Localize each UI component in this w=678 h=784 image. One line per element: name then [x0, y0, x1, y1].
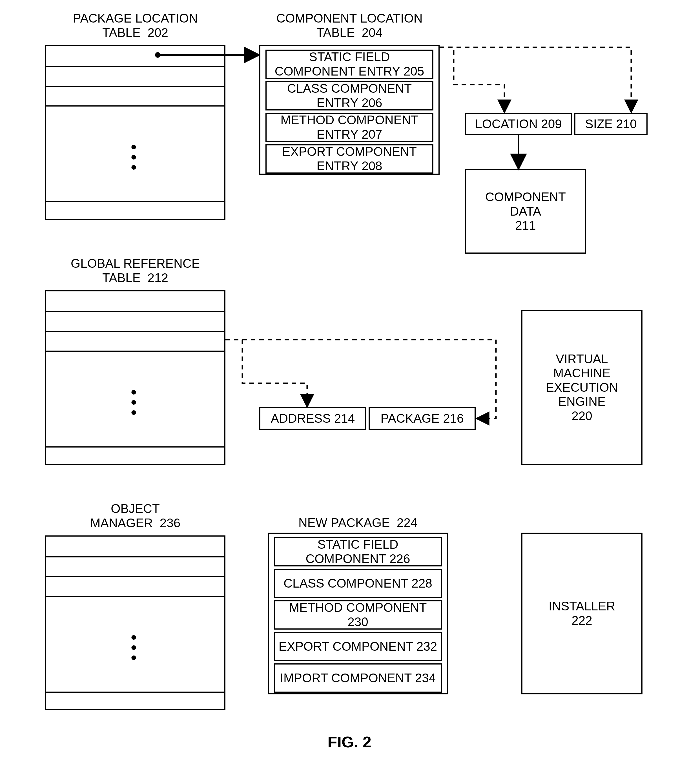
static-field-component-entry: STATIC FIELD COMPONENT ENTRY 205	[266, 50, 434, 79]
size-field: SIZE 210	[574, 113, 648, 135]
np-import: IMPORT COMPONENT 234	[274, 663, 442, 693]
np-method: METHOD COMPONENT 230	[274, 600, 442, 630]
component-data-label: COMPONENT DATA 211	[485, 190, 566, 233]
new-package-table: STATIC FIELD COMPONENT 226 CLASS COMPONE…	[268, 533, 448, 694]
object-manager-table: •••	[45, 535, 225, 710]
ellipsis-dots: •••	[131, 632, 137, 663]
object-manager-title: OBJECT MANAGER 236	[45, 502, 225, 530]
virtual-machine-label: VIRTUAL MACHINE EXECUTION ENGINE 220	[546, 352, 618, 423]
ellipsis-dots: •••	[131, 142, 137, 173]
new-package-title: NEW PACKAGE 224	[268, 516, 448, 530]
package-field: PACKAGE 216	[369, 407, 476, 430]
global-reference-table: •••	[45, 290, 225, 465]
component-data-box: COMPONENT DATA 211	[465, 169, 586, 254]
virtual-machine-box: VIRTUAL MACHINE EXECUTION ENGINE 220	[521, 310, 642, 465]
global-reference-table-title: GLOBAL REFERENCE TABLE 212	[45, 257, 225, 285]
ellipsis-dots: •••	[131, 387, 137, 418]
location-field: LOCATION 209	[465, 113, 572, 135]
method-component-entry: METHOD COMPONENT ENTRY 207	[266, 113, 434, 142]
component-location-table-title: COMPONENT LOCATION TABLE 204	[259, 11, 440, 40]
export-component-entry: EXPORT COMPONENT ENTRY 208	[266, 144, 434, 174]
address-field: ADDRESS 214	[259, 407, 366, 430]
np-static-field: STATIC FIELD COMPONENT 226	[274, 537, 442, 566]
np-class: CLASS COMPONENT 228	[274, 569, 442, 598]
installer-label: INSTALLER 222	[549, 599, 615, 628]
component-location-table: STATIC FIELD COMPONENT ENTRY 205 CLASS C…	[259, 45, 440, 175]
np-export: EXPORT COMPONENT 232	[274, 632, 442, 661]
installer-box: INSTALLER 222	[521, 533, 642, 694]
class-component-entry: CLASS COMPONENT ENTRY 206	[266, 81, 434, 110]
package-location-table-title: PACKAGE LOCATION TABLE 202	[45, 11, 225, 40]
figure-label: FIG. 2	[293, 733, 406, 751]
package-location-table: •••	[45, 45, 225, 220]
